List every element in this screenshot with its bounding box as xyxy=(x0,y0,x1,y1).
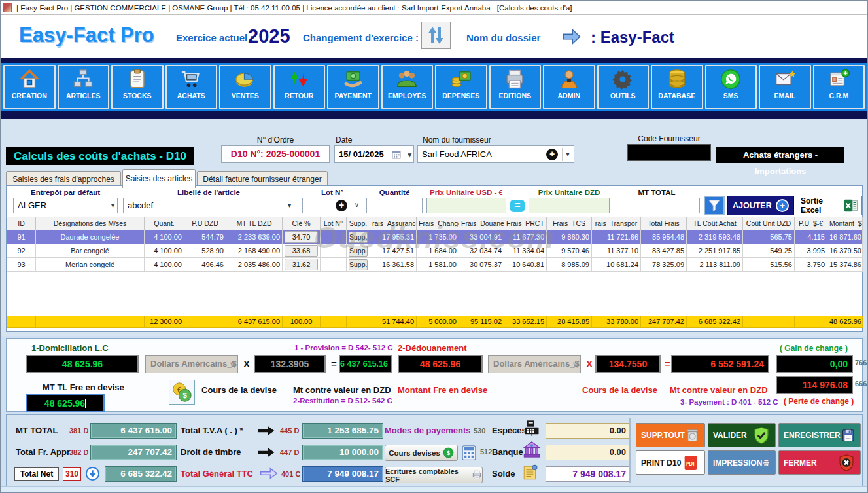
toolbar-button-employs[interactable]: EMPLOYÉS xyxy=(381,65,434,109)
tva-label: Total T.V.A ( . ) * xyxy=(181,426,243,435)
supplier-value: Sarl Food AFRICA xyxy=(422,149,492,159)
impression-button[interactable]: IMPRESSION xyxy=(708,450,776,475)
dedouanement-amount-field[interactable]: 48 625.96 xyxy=(398,355,483,373)
dossier-label: Nom du dossier xyxy=(466,32,540,43)
arrow-outline-icon xyxy=(259,467,279,479)
warehouse-select[interactable]: ALGER xyxy=(13,198,118,213)
app-logo: Easy-Fact Pro xyxy=(19,24,154,47)
timbre-label: Droit de timbre xyxy=(181,447,241,457)
toolbar-button-retour[interactable]: RETOUR xyxy=(273,65,326,109)
toolbar-button-database[interactable]: DATABASE xyxy=(651,65,703,109)
supp-button[interactable]: Supp. xyxy=(349,246,368,257)
toolbar-button-label: EMPLOYÉS xyxy=(388,92,426,100)
date-field[interactable]: 15/ 01/2025 xyxy=(334,145,414,163)
chevron-down-icon[interactable] xyxy=(355,201,359,208)
down-circle-icon[interactable] xyxy=(85,466,100,481)
totals-cell xyxy=(347,316,370,328)
filter-button[interactable] xyxy=(704,196,725,215)
domiciliation-currency-select[interactable]: Dollars Américains_$ xyxy=(145,355,238,373)
ecritures-comptables-button[interactable]: Ecritures comptables SCF xyxy=(385,467,483,483)
domiciliation-rate-field[interactable]: 132.3905 xyxy=(254,355,326,373)
table-row[interactable]: 93Merlan congelé4 100.00496.462 035 486.… xyxy=(7,258,863,272)
table-row[interactable]: 92Bar congelé4 100.00528.902 168 490.003… xyxy=(7,244,863,258)
table-cell: 91 xyxy=(7,230,36,244)
dedouanement-currency-select[interactable]: Dollars Américains_$ xyxy=(488,355,581,373)
trash-icon xyxy=(685,426,700,445)
toolbar-button-articles[interactable]: ARTICLES xyxy=(58,65,110,109)
table-cell: 11 377.10 xyxy=(592,244,641,258)
database-icon xyxy=(666,67,688,91)
print-d10-button[interactable]: PRINT D10 PDF xyxy=(636,450,705,475)
toolbar-button-label: OUTILS xyxy=(610,92,636,100)
supplier-field[interactable]: Sarl Food AFRICA xyxy=(417,145,574,163)
whatsapp-icon xyxy=(720,67,742,91)
add-article-button[interactable]: AJOUTER xyxy=(727,196,794,215)
tab-saisies-articles[interactable]: Saisies des articles xyxy=(122,169,196,188)
toolbar-button-sms[interactable]: SMS xyxy=(705,65,757,109)
toolbar-button-ventes[interactable]: VENTES xyxy=(219,65,271,109)
domiciliation-title: 1-Domiciliation L.C xyxy=(31,343,109,353)
mt-fre-devise-label: MT TL Fre en devise xyxy=(43,382,124,392)
valider-button[interactable]: VALIDER xyxy=(708,423,776,447)
price-usd-input[interactable] xyxy=(426,198,506,213)
equals-convert-icon[interactable] xyxy=(510,200,525,212)
gain-change-field: 0,00 xyxy=(776,355,853,373)
table-cell: Supp. xyxy=(347,230,370,244)
toolbar-button-outils[interactable]: OUTILS xyxy=(597,65,650,109)
mt-total-input[interactable] xyxy=(614,198,700,213)
price-usd-label: Prix Unitaire USD - € xyxy=(426,189,506,196)
toolbar-button-label: CREATION xyxy=(12,92,47,100)
fermer-button[interactable]: FERMER xyxy=(778,450,861,475)
supp-tout-button[interactable]: SUPP.TOUT xyxy=(636,423,705,447)
import-type-badge: Achats étrangers - Importations xyxy=(716,147,844,163)
gain-account-code: 766 xyxy=(855,359,867,367)
order-number-field[interactable]: D10 N°: 2025-000001 xyxy=(221,145,330,163)
excel-export-button[interactable]: Sortie Excel xyxy=(797,196,862,215)
toolbar-button-email[interactable]: EMAIL xyxy=(759,65,811,109)
toolbar-button-achats[interactable]: ACHATS xyxy=(165,65,218,109)
chevron-down-icon[interactable] xyxy=(562,148,573,161)
table-row[interactable]: 91Daurade congelée4 100.00544.792 233 63… xyxy=(7,230,863,244)
mt-fre-devise-field[interactable]: 48 625.96 xyxy=(26,394,105,412)
toolbar-button-admin[interactable]: ADMIN xyxy=(543,65,595,109)
printer-icon xyxy=(504,67,526,91)
enregistrer-button[interactable]: ENREGISTRER xyxy=(778,423,861,447)
table-cell xyxy=(321,244,347,258)
table-cell: 3.750 xyxy=(795,258,827,272)
toolbar-button-depenses[interactable]: DEPENSES xyxy=(435,65,487,109)
supp-button[interactable]: Supp. xyxy=(349,259,368,270)
perte-change-field: 114 976.08 xyxy=(776,376,853,394)
price-dzd-input[interactable] xyxy=(529,198,610,213)
article-select[interactable]: abcdef xyxy=(123,198,294,213)
quantity-input[interactable] xyxy=(366,198,423,213)
toolbar-button-editions[interactable]: EDITIONS xyxy=(489,65,542,109)
toolbar-button-crm[interactable]: C.R.M xyxy=(813,65,865,109)
totals-cell xyxy=(795,316,827,328)
table-cell: 496.46 xyxy=(184,258,226,272)
domiciliation-amount-field[interactable]: 48 625.96 xyxy=(26,355,139,373)
add-lot-icon[interactable] xyxy=(336,200,347,211)
tva-code: 445 D xyxy=(280,427,299,435)
pie-chart-icon xyxy=(234,67,256,91)
calculator-icon[interactable] xyxy=(460,444,477,462)
swap-exercice-button[interactable] xyxy=(421,22,451,49)
supp-button[interactable]: Supp. xyxy=(349,232,368,243)
totals-footer: MT TOTAL 381 D 6 437 615.00 Total T.V.A … xyxy=(6,414,863,486)
table-cell: 3.995 xyxy=(795,244,827,258)
toolbar-button-payement[interactable]: PAYEMENT xyxy=(327,65,379,109)
lot-field[interactable] xyxy=(302,198,362,213)
toolbar-button-creation[interactable]: CREATION xyxy=(3,65,56,109)
add-supplier-icon[interactable] xyxy=(546,149,558,160)
fr-appr-value: 247 707.42 xyxy=(90,445,177,460)
cours-devises-button[interactable]: Cours devises $ xyxy=(385,445,458,461)
page-title: Calculs des coûts d'achats - D10 xyxy=(6,147,194,165)
bank-icon xyxy=(522,441,542,459)
column-header: rais_Transpor xyxy=(592,217,641,230)
banque-label: Banque xyxy=(492,447,523,457)
dedouanement-rate-field[interactable]: 134.7550 xyxy=(595,355,661,373)
floppy-icon xyxy=(841,426,856,445)
supplier-code-field[interactable] xyxy=(627,144,711,161)
date-label: Date xyxy=(336,136,375,145)
toolbar-button-stocks[interactable]: STOCKS xyxy=(111,65,164,109)
contre-valeur-label: Mt contre valeur en DZD xyxy=(670,385,768,395)
